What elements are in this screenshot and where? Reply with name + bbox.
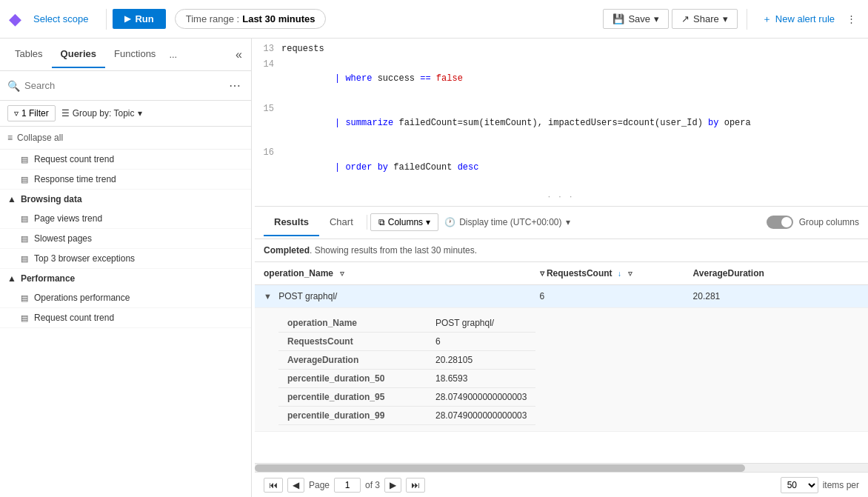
cell-requests-count: 6 <box>531 284 684 307</box>
new-alert-label: New alert rule <box>775 13 835 24</box>
toggle-switch[interactable] <box>767 216 793 229</box>
per-page-select[interactable]: 50 100 200 <box>781 477 818 493</box>
filter-bar: ▿ 1 Filter ☰ Group by: Topic ▾ <box>0 101 251 127</box>
time-range-button[interactable]: Time range : Last 30 minutes <box>175 9 327 29</box>
section-arrow-icon-2: ▲ <box>7 273 16 284</box>
new-alert-button[interactable]: ＋ New alert rule <box>756 9 841 30</box>
display-time-button[interactable]: 🕐 Display time (UTC+00:00) ▾ <box>444 217 570 227</box>
filter-icon: ▿ <box>14 108 19 119</box>
filter-button[interactable]: ▿ 1 Filter <box>7 105 56 121</box>
sidebar-content: ≡ Collapse all ▤ Request count trend ▤ R… <box>0 127 251 497</box>
expand-row-button[interactable]: ▼ <box>264 292 272 301</box>
sort-requests-icon[interactable]: ↓ <box>618 270 621 278</box>
sidebar-item-slowest-pages[interactable]: ▤ Slowest pages <box>0 229 251 249</box>
group-columns-label: Group columns <box>799 217 859 227</box>
detail-row-p99: percentile_duration_99 28.07490000000000… <box>278 406 535 424</box>
detail-cell: operation_Name POST graphql/ RequestsCou… <box>255 307 868 431</box>
col-header-average-duration[interactable]: AverageDuration <box>684 262 868 285</box>
collapse-all-button[interactable]: ≡ Collapse all <box>0 127 251 150</box>
col-header-requests-count[interactable]: ▿ RequestsCount ↓ ▿ <box>531 262 684 285</box>
last-page-button[interactable]: ⏭ <box>406 478 425 493</box>
search-icon: 🔍 <box>7 80 20 92</box>
col-filter-icon-requests[interactable]: ▿ <box>540 268 544 278</box>
collapse-all-label: Collapse all <box>17 133 63 143</box>
sidebar: Tables Queries Functions ... « 🔍 ⋯ ▿ 1 F… <box>0 39 252 497</box>
prev-page-button[interactable]: ◀ <box>287 478 304 493</box>
sidebar-collapse-button[interactable]: « <box>233 45 245 64</box>
first-page-button[interactable]: ⏮ <box>264 478 283 493</box>
toggle-knob <box>781 217 792 227</box>
col-header-operation-name[interactable]: operation_Name ▿ <box>255 262 531 285</box>
group-by-button[interactable]: ☰ Group by: Topic ▾ <box>61 108 142 119</box>
next-page-button[interactable]: ▶ <box>384 478 401 493</box>
code-line-16: 16 | order by failedCount desc <box>255 145 868 190</box>
clock-icon: 🕐 <box>444 217 455 227</box>
query-icon-5: ▤ <box>21 254 28 264</box>
section-label-1: Browsing data <box>21 194 82 204</box>
results-bar: Results Chart ⧉ Columns ▾ 🕐 Display time… <box>255 207 868 239</box>
page-input[interactable] <box>334 478 361 493</box>
toolbar-actions: 💾 Save ▾ ↗ Share ▾ ＋ New alert rule ⋮ <box>603 9 859 30</box>
results-table: operation_Name ▿ ▿ RequestsCount ↓ ▿ Ave… <box>255 262 868 432</box>
table-row[interactable]: ▼ POST graphql/ 6 20.281 <box>255 284 868 307</box>
filter-operation-name-icon[interactable]: ▿ <box>340 269 344 278</box>
display-time-chevron-icon: ▾ <box>566 217 570 227</box>
filter-requests-icon[interactable]: ▿ <box>628 269 632 278</box>
results-table-container[interactable]: operation_Name ▿ ▿ RequestsCount ↓ ▿ Ave… <box>255 262 868 463</box>
section-performance[interactable]: ▲ Performance <box>0 269 251 288</box>
cell-operation-name: ▼ POST graphql/ <box>255 284 531 307</box>
tab-functions[interactable]: Functions <box>105 41 164 68</box>
code-editor[interactable]: 13 requests 14 | where success == false … <box>255 39 868 207</box>
sidebar-item-response-time[interactable]: ▤ Response time trend <box>0 170 251 190</box>
main-layout: Tables Queries Functions ... « 🔍 ⋯ ▿ 1 F… <box>0 39 868 497</box>
sidebar-item-operations-perf[interactable]: ▤ Operations performance <box>0 288 251 308</box>
more-lines-indicator: · · · <box>255 190 868 203</box>
share-icon: ↗ <box>681 13 690 24</box>
sidebar-tabs: Tables Queries Functions ... « <box>0 39 251 71</box>
sidebar-more-button[interactable]: ... <box>164 43 181 66</box>
detail-row-operation-name: operation_Name POST graphql/ <box>278 314 535 333</box>
table-header-row: operation_Name ▿ ▿ RequestsCount ↓ ▿ Ave… <box>255 262 868 285</box>
sidebar-item-request-count-2[interactable]: ▤ Request count trend <box>0 308 251 328</box>
horizontal-scrollbar[interactable] <box>255 463 868 472</box>
code-content-14: | where success == false <box>281 58 868 101</box>
sidebar-item-top-browser-exceptions[interactable]: ▤ Top 3 browser exceptions <box>0 249 251 269</box>
status-bar: Completed. Showing results from the last… <box>255 239 868 262</box>
sidebar-item-label-7: Request count trend <box>34 313 114 323</box>
query-icon-1: ▤ <box>21 155 28 164</box>
code-content-15: | summarize failedCount=sum(itemCount), … <box>281 102 868 145</box>
tab-results[interactable]: Results <box>264 209 319 236</box>
code-line-15: 15 | summarize failedCount=sum(itemCount… <box>255 101 868 146</box>
section-label-2: Performance <box>21 273 75 284</box>
tab-queries[interactable]: Queries <box>52 41 105 68</box>
section-browsing-data[interactable]: ▲ Browsing data <box>0 190 251 209</box>
group-by-icon: ☰ <box>61 108 70 119</box>
share-button[interactable]: ↗ Share ▾ <box>672 9 738 29</box>
section-arrow-icon-1: ▲ <box>7 194 16 204</box>
save-button[interactable]: 💾 Save ▾ <box>603 9 669 29</box>
group-by-label: Group by: Topic <box>73 108 135 119</box>
detail-row-p50: percentile_duration_50 18.6593 <box>278 369 535 387</box>
group-columns-toggle[interactable]: Group columns <box>767 216 859 229</box>
detail-val-p50: 18.6593 <box>427 369 535 387</box>
search-options-button[interactable]: ⋯ <box>226 77 244 94</box>
display-time-label: Display time (UTC+00:00) <box>459 217 561 227</box>
search-input[interactable] <box>24 80 221 91</box>
items-per-label: items per <box>823 480 859 490</box>
run-button[interactable]: ▶ Run <box>113 9 165 29</box>
status-detail: . Showing results from the last 30 minut… <box>310 245 477 256</box>
status-text: Completed <box>264 245 310 256</box>
columns-chevron-icon: ▾ <box>426 217 430 227</box>
tab-chart[interactable]: Chart <box>319 209 364 236</box>
line-number-16: 16 <box>255 146 281 160</box>
select-scope-link[interactable]: Select scope <box>33 13 88 24</box>
sidebar-item-label-3: Page views trend <box>34 213 102 224</box>
cell-average-duration: 20.281 <box>684 284 868 307</box>
detail-key-operation-name: operation_Name <box>278 314 427 333</box>
sidebar-item-page-views[interactable]: ▤ Page views trend <box>0 209 251 229</box>
code-line-14: 14 | where success == false <box>255 57 868 101</box>
tab-tables[interactable]: Tables <box>6 41 52 68</box>
columns-button[interactable]: ⧉ Columns ▾ <box>370 213 438 231</box>
sidebar-item-request-count-1[interactable]: ▤ Request count trend <box>0 150 251 170</box>
divider2 <box>747 9 747 30</box>
